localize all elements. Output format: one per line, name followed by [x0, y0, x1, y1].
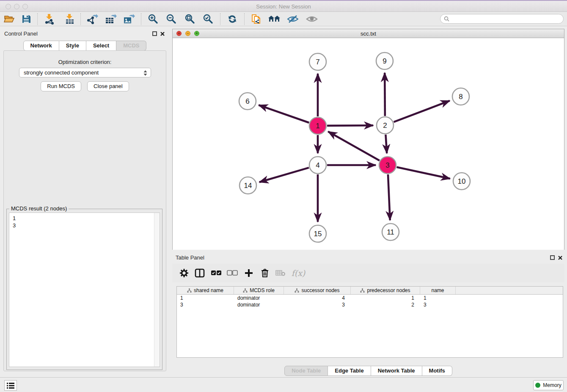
tab-mcds[interactable]: MCDS: [116, 41, 146, 51]
task-history-button[interactable]: [4, 380, 17, 391]
control-panel: Control Panel NetworkStyleSelectMCDS Opt…: [0, 29, 170, 374]
search-field[interactable]: [440, 14, 564, 24]
mcds-panel-body: Optimization criterion: strongly connect…: [3, 50, 166, 371]
export-table-icon[interactable]: [105, 13, 117, 25]
graph-edge-1-2[interactable]: [327, 125, 373, 126]
table-float-panel-icon[interactable]: [550, 255, 555, 260]
graph-node-14[interactable]: 14: [239, 177, 256, 194]
table-toolbar: f(x): [172, 264, 564, 282]
graph-node-1[interactable]: 1: [309, 117, 326, 134]
graph-node-4[interactable]: 4: [309, 157, 326, 174]
tab-select[interactable]: Select: [86, 41, 116, 51]
result-scrollbar[interactable]: [154, 213, 160, 367]
home-layout-icon[interactable]: [268, 13, 281, 25]
graph-edge-2-8[interactable]: [394, 101, 450, 122]
tab-style[interactable]: Style: [59, 41, 86, 51]
network-canvas[interactable]: 7968124314101511: [173, 38, 564, 250]
zoom-in-icon[interactable]: [147, 13, 160, 25]
column-header-successor-nodes[interactable]: successor nodes: [284, 287, 351, 294]
graph-edge-2-3[interactable]: [385, 135, 387, 153]
graph-node-11[interactable]: 11: [382, 224, 399, 240]
svg-text:9: 9: [383, 57, 386, 65]
table-row[interactable]: 3dominator323: [177, 301, 563, 308]
close-panel-icon[interactable]: [160, 31, 165, 36]
table-close-panel-icon[interactable]: [558, 255, 563, 260]
optimization-criterion-label: Optimization criterion:: [4, 59, 166, 65]
apply-function-icon[interactable]: f(x): [289, 267, 308, 279]
memory-button[interactable]: Memory: [533, 380, 564, 390]
refresh-view-icon[interactable]: [226, 13, 239, 25]
graph-node-8[interactable]: 8: [452, 88, 469, 105]
export-network-icon[interactable]: [86, 13, 99, 25]
svg-text:8: 8: [459, 93, 462, 101]
mcds-result-textarea[interactable]: 13: [9, 213, 160, 367]
deselect-all-rows-icon[interactable]: [226, 267, 239, 279]
show-all-eye-icon[interactable]: [306, 13, 318, 25]
save-session-icon[interactable]: [20, 13, 33, 25]
column-header-predecessor-nodes[interactable]: predecessor nodes: [351, 287, 420, 294]
memory-status-icon: [535, 383, 540, 388]
delete-column-icon[interactable]: [259, 267, 271, 279]
column-header-name[interactable]: name: [420, 287, 456, 294]
graph-edge-4-14[interactable]: [259, 168, 309, 182]
column-header-shared-name[interactable]: shared name: [177, 287, 234, 294]
graph-node-7[interactable]: 7: [309, 53, 326, 70]
settings-gear-icon[interactable]: [178, 267, 190, 279]
tab-network-table[interactable]: Network Table: [371, 366, 422, 376]
zoom-fit-icon[interactable]: [184, 13, 196, 25]
toolbar-separator: [244, 13, 245, 25]
tab-motifs[interactable]: Motifs: [422, 366, 452, 376]
graph-edge-1-6[interactable]: [259, 105, 309, 123]
table-cell: dominator: [234, 295, 284, 301]
graph-edge-3-1[interactable]: [328, 132, 379, 160]
svg-text:3: 3: [385, 161, 389, 169]
close-panel-button[interactable]: Close panel: [87, 81, 129, 91]
tab-node-table[interactable]: Node Table: [284, 366, 328, 376]
export-image-icon[interactable]: [123, 13, 135, 25]
hide-unselected-eye-icon[interactable]: [286, 13, 299, 25]
graph-node-2[interactable]: 2: [377, 117, 394, 134]
graph-edge-2-9[interactable]: [385, 73, 385, 116]
graph-node-9[interactable]: 9: [376, 52, 393, 69]
svg-text:1: 1: [316, 122, 319, 130]
import-network-icon[interactable]: [43, 13, 56, 25]
graph-edge-3-11[interactable]: [388, 174, 390, 220]
column-sort-icon: [295, 288, 299, 293]
column-header-MCDS-role[interactable]: MCDS role: [234, 287, 284, 294]
select-all-rows-icon[interactable]: [210, 267, 223, 279]
graph-edge-3-10[interactable]: [396, 167, 450, 179]
tab-network[interactable]: Network: [23, 41, 59, 51]
table-row[interactable]: 1dominator411: [177, 295, 563, 301]
mcds-result-box: MCDS result (2 nodes) 13: [6, 209, 162, 370]
search-input[interactable]: [451, 16, 563, 22]
zoom-selected-icon[interactable]: [202, 13, 215, 25]
node-table[interactable]: shared nameMCDS rolesuccessor nodesprede…: [176, 286, 563, 358]
svg-text:15: 15: [314, 230, 322, 238]
table-cell: 2: [351, 301, 420, 308]
add-column-icon[interactable]: [242, 267, 255, 279]
float-panel-icon[interactable]: [152, 31, 157, 36]
status-bar: Memory: [0, 377, 567, 392]
run-mcds-button[interactable]: Run MCDS: [41, 81, 81, 91]
svg-text:4: 4: [316, 161, 319, 169]
import-table-icon[interactable]: [63, 13, 76, 25]
network-window-titlebar[interactable]: × − + scc.txt: [173, 29, 564, 38]
tab-edge-table[interactable]: Edge Table: [328, 366, 371, 376]
graph-node-6[interactable]: 6: [239, 93, 256, 110]
graph-node-10[interactable]: 10: [453, 173, 470, 190]
session-title: Session: New Session: [0, 3, 567, 10]
table-cell: 3: [177, 301, 234, 308]
criterion-dropdown[interactable]: strongly connected component: [19, 68, 151, 77]
zoom-out-icon[interactable]: [165, 13, 178, 25]
clone-network-icon[interactable]: [250, 13, 262, 25]
table-body: 1dominator4113dominator323: [177, 295, 563, 308]
column-visibility-icon[interactable]: [193, 267, 206, 279]
graph-node-3[interactable]: 3: [379, 157, 396, 174]
open-file-icon[interactable]: [3, 13, 16, 25]
mcds-result-values: 13: [9, 213, 160, 231]
table-cell: 4: [284, 295, 351, 301]
delete-table-icon[interactable]: [274, 267, 287, 279]
network-graph[interactable]: 7968124314101511: [173, 38, 564, 250]
search-icon: [444, 16, 449, 22]
graph-node-15[interactable]: 15: [309, 225, 326, 242]
